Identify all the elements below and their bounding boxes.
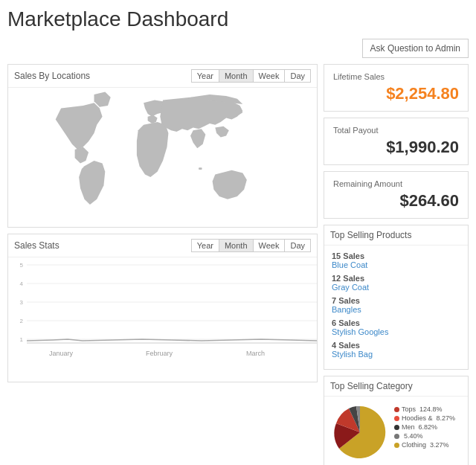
locations-month-btn[interactable]: Month <box>219 69 254 83</box>
legend-dot-men <box>394 425 399 430</box>
legend-pct-men: 6.82% <box>419 423 438 431</box>
legend-pct-hoodies: 8.27% <box>437 414 456 422</box>
locations-day-btn[interactable]: Day <box>285 69 311 83</box>
product-sales-4: 6 Sales <box>332 318 460 327</box>
product-name-4[interactable]: Stylish Googles <box>332 327 460 336</box>
remaining-amount-label: Remaining Amount <box>333 179 459 188</box>
legend-label-clothing: Clothing <box>402 441 426 449</box>
sales-stats-title: Sales Stats <box>14 240 60 251</box>
legend-item-tops: Tops 124.8% <box>394 405 455 413</box>
remaining-amount-value: $264.60 <box>333 191 459 211</box>
legend-item-clothing: Clothing 3.27% <box>394 441 455 449</box>
product-name-3[interactable]: Bangles <box>332 305 460 314</box>
list-item: 4 Sales Stylish Bag <box>332 341 460 359</box>
remaining-amount-panel: Remaining Amount $264.60 <box>324 171 469 219</box>
legend-dot-hoodies <box>394 416 399 421</box>
svg-text:4: 4 <box>20 280 24 287</box>
top-selling-products-panel: Top Selling Products 15 Sales Blue Coat … <box>324 225 469 370</box>
lifetime-sales-value: $2,254.80 <box>333 84 459 103</box>
products-list: 15 Sales Blue Coat 12 Sales Gray Coat 7 … <box>324 246 468 369</box>
legend-item-men: Men 6.82% <box>394 423 455 431</box>
top-category-title: Top Selling Category <box>330 381 413 391</box>
stats-chart-area: 5 4 3 2 1 January February March <box>8 257 317 376</box>
legend-dot-clothing <box>394 443 399 448</box>
legend-pct-cat4: 5.40% <box>404 432 423 440</box>
total-payout-panel: Total Payout $1,990.20 <box>324 118 469 165</box>
legend-label-men: Men <box>402 423 415 431</box>
svg-text:5: 5 <box>20 262 24 269</box>
page-title: Marketplace Dashboard <box>7 7 469 31</box>
list-item: 12 Sales Gray Coat <box>332 274 460 292</box>
svg-text:January: January <box>49 350 74 357</box>
stats-time-buttons: Year Month Week Day <box>191 239 311 252</box>
legend-dot-tops <box>394 407 399 412</box>
legend-label-hoodies: Hoodies & <box>402 414 433 422</box>
svg-rect-0 <box>199 167 202 170</box>
list-item: 6 Sales Stylish Googles <box>332 318 460 336</box>
svg-text:February: February <box>146 350 173 357</box>
lifetime-sales-panel: Lifetime Sales $2,254.80 <box>324 64 469 112</box>
stats-year-btn[interactable]: Year <box>191 239 219 252</box>
stats-chart-svg: 5 4 3 2 1 January February March <box>8 257 317 365</box>
list-item: 7 Sales Bangles <box>332 296 460 314</box>
total-payout-value: $1,990.20 <box>333 138 459 157</box>
sales-locations-panel: Sales By Locations Year Month Week Day <box>7 64 318 228</box>
legend-dot-cat4 <box>394 434 399 439</box>
product-name-1[interactable]: Blue Coat <box>332 260 460 269</box>
locations-year-btn[interactable]: Year <box>191 69 219 83</box>
top-selling-category-panel: Top Selling Category <box>324 376 469 465</box>
legend-item-hoodies: Hoodies & 8.27% <box>394 414 455 422</box>
category-body: Tops 124.8% Hoodies & 8.27% Men 6.82% <box>324 397 468 465</box>
world-map-container <box>8 88 317 222</box>
stats-week-btn[interactable]: Week <box>254 239 286 252</box>
svg-text:2: 2 <box>20 318 24 324</box>
legend-label-tops: Tops <box>402 405 416 413</box>
ask-admin-button[interactable]: Ask Question to Admin <box>362 39 469 58</box>
svg-text:3: 3 <box>20 299 24 306</box>
pie-chart <box>330 403 390 464</box>
list-item: 15 Sales Blue Coat <box>332 251 460 269</box>
category-legend: Tops 124.8% Hoodies & 8.27% Men 6.82% <box>394 405 455 449</box>
top-products-title: Top Selling Products <box>330 230 411 240</box>
product-name-2[interactable]: Gray Coat <box>332 283 460 292</box>
stats-day-btn[interactable]: Day <box>285 239 311 252</box>
total-payout-label: Total Payout <box>333 126 459 135</box>
svg-text:March: March <box>246 350 265 357</box>
lifetime-sales-label: Lifetime Sales <box>333 72 459 81</box>
stats-month-btn[interactable]: Month <box>219 239 254 252</box>
product-sales-2: 12 Sales <box>332 274 460 283</box>
sales-stats-panel: Sales Stats Year Month Week Day <box>7 234 318 382</box>
svg-text:1: 1 <box>20 336 24 343</box>
world-map-svg <box>10 88 315 222</box>
legend-pct-clothing: 3.27% <box>430 441 449 449</box>
sales-locations-title: Sales By Locations <box>14 71 90 81</box>
product-sales-3: 7 Sales <box>332 296 460 305</box>
locations-week-btn[interactable]: Week <box>254 69 286 83</box>
locations-time-buttons: Year Month Week Day <box>191 69 311 83</box>
product-name-5[interactable]: Stylish Bag <box>332 350 460 359</box>
product-sales-1: 15 Sales <box>332 251 460 260</box>
legend-pct-tops: 124.8% <box>419 405 443 413</box>
product-sales-5: 4 Sales <box>332 341 460 350</box>
legend-item-cat4: 5.40% <box>394 432 455 440</box>
